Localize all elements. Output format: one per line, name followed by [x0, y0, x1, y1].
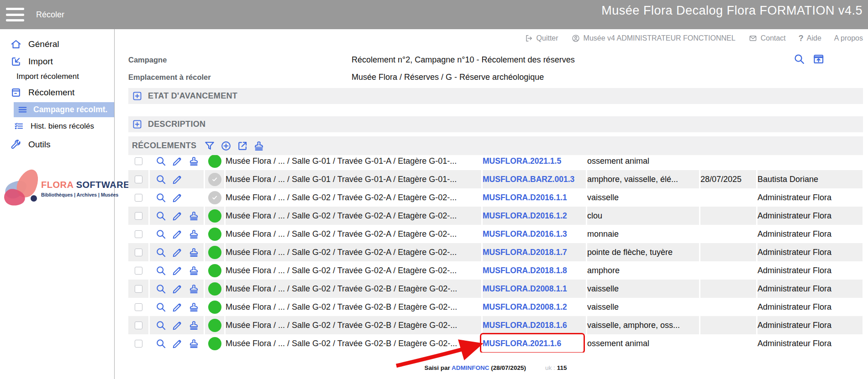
row-checkbox[interactable]: [135, 176, 142, 183]
stamp-icon[interactable]: [188, 210, 200, 222]
row-object-id[interactable]: MUSFLORA.D2016.1.3: [483, 229, 567, 239]
help-button[interactable]: ? Aide: [799, 34, 821, 43]
sidebar-item-hist-biens-recoles[interactable]: Hist. biens récolés: [0, 118, 114, 134]
table-row[interactable]: Musée Flora / ... / Salle G-02 / Travée …: [128, 316, 863, 334]
row-object-id[interactable]: MUSFLORA.D2016.1.2: [483, 211, 567, 221]
row-object-id[interactable]: MUSFLORA.D2016.1.1: [483, 193, 567, 202]
sidebar-item-general[interactable]: Général: [0, 36, 114, 53]
row-checkbox[interactable]: [135, 285, 142, 293]
row-object-id[interactable]: MUSFLORA.D2008.1.2: [483, 302, 567, 312]
row-location-path: Musée Flora / ... / Salle G-02 / Travée …: [226, 261, 481, 280]
row-object-id[interactable]: MUSFLORA.BARZ.001.3: [483, 175, 574, 184]
edit-icon[interactable]: [172, 320, 183, 331]
row-checkbox[interactable]: [135, 249, 142, 256]
view-icon[interactable]: [155, 210, 167, 222]
open-window-icon[interactable]: [812, 53, 825, 65]
row-object-id[interactable]: MUSFLORA.D2008.1.1: [483, 284, 567, 294]
table-row[interactable]: Musée Flora / ... / Salle G-02 / Travée …: [128, 188, 863, 207]
stamp-icon[interactable]: [188, 156, 200, 167]
stamp-icon[interactable]: [188, 228, 200, 240]
row-object-id[interactable]: MUSFLORA.D2018.1.8: [483, 266, 567, 275]
table-row[interactable]: Musée Flora / ... / Salle G-02 / Travée …: [128, 243, 863, 261]
row-checkbox[interactable]: [135, 322, 142, 329]
edit-icon[interactable]: [172, 265, 183, 276]
filter-icon[interactable]: [204, 140, 216, 152]
row-location-path: Musée Flora / ... / Salle G-02 / Travée …: [226, 298, 481, 316]
sidebar-item-outils[interactable]: Outils: [0, 136, 114, 153]
stamp-icon[interactable]: [188, 338, 200, 349]
table-row[interactable]: Musée Flora / ... / Salle G-02 / Travée …: [128, 225, 863, 243]
view-icon[interactable]: [155, 338, 167, 349]
row-checkbox[interactable]: [135, 194, 142, 202]
row-location-path: Musée Flora / ... / Salle G-02 / Travée …: [226, 188, 481, 207]
view-icon[interactable]: [155, 283, 167, 295]
stamp-icon[interactable]: [188, 247, 200, 258]
sidebar-item-import[interactable]: Import: [0, 53, 114, 70]
stamp-icon[interactable]: [188, 265, 200, 276]
table-row[interactable]: Musée Flora / ... / Salle G-02 / Travée …: [128, 334, 863, 353]
about-button[interactable]: A propos: [834, 34, 863, 42]
current-user[interactable]: Musée v4 ADMINISTRATEUR FONCTIONNEL: [571, 34, 736, 43]
table-row[interactable]: Musée Flora / ... / Salle G-02 / Travée …: [128, 298, 863, 316]
row-object-id[interactable]: MUSFLORA.D2018.1.7: [483, 248, 567, 257]
stamp-icon[interactable]: [253, 140, 265, 152]
edit-icon[interactable]: [172, 192, 183, 203]
section-title: DESCRIPTION: [148, 119, 205, 129]
recolements-table: Musée Flora / ... / Salle G-01 / Travée …: [128, 155, 863, 353]
table-row[interactable]: Musée Flora / ... / Salle G-01 / Travée …: [128, 170, 863, 188]
view-icon[interactable]: [155, 228, 167, 240]
edit-icon[interactable]: [172, 174, 183, 185]
sidebar-item-import-recolement[interactable]: Import récolement: [0, 70, 114, 84]
contact-button[interactable]: Contact: [748, 34, 786, 43]
section-etat-avancement[interactable]: ETAT D'AVANCEMENT: [128, 88, 863, 104]
view-icon[interactable]: [155, 265, 167, 276]
row-object-id[interactable]: MUSFLORA.2021.1.6: [483, 339, 561, 348]
row-agent: Administrateur Flora: [758, 316, 863, 334]
sidebar-item-recolement[interactable]: Récolement: [0, 84, 114, 101]
campaign-field-label: Campagne: [128, 56, 352, 64]
edit-icon[interactable]: [172, 247, 183, 258]
view-icon[interactable]: [155, 320, 167, 331]
edit-icon[interactable]: [172, 210, 183, 222]
quit-button[interactable]: Quitter: [524, 34, 558, 43]
import-icon: [10, 56, 22, 67]
row-checkbox[interactable]: [135, 303, 142, 311]
stamp-icon[interactable]: [188, 320, 200, 331]
add-circle-icon[interactable]: [220, 140, 232, 152]
stamp-icon[interactable]: [188, 301, 200, 313]
view-icon[interactable]: [155, 174, 167, 185]
uk-label: uk :: [545, 364, 555, 371]
saisi-user[interactable]: ADMINFONC: [452, 364, 489, 371]
view-icon[interactable]: [155, 156, 167, 167]
row-location-path: Musée Flora / ... / Salle G-02 / Travée …: [226, 316, 481, 334]
sidebar-item-campagne-recolmt[interactable]: Campagne récolmt.: [14, 102, 114, 117]
edit-icon[interactable]: [172, 301, 183, 313]
hamburger-menu-icon[interactable]: [6, 8, 24, 21]
search-icon[interactable]: [793, 53, 805, 65]
row-checkbox[interactable]: [135, 230, 142, 238]
table-row[interactable]: Musée Flora / ... / Salle G-02 / Travée …: [128, 280, 863, 298]
table-row[interactable]: Musée Flora / ... / Salle G-02 / Travée …: [128, 207, 863, 225]
stamp-icon[interactable]: [188, 283, 200, 295]
row-checkbox[interactable]: [135, 267, 142, 275]
edit-icon[interactable]: [172, 228, 183, 240]
view-icon[interactable]: [155, 192, 167, 203]
edit-icon[interactable]: [172, 338, 183, 349]
view-icon[interactable]: [155, 301, 167, 313]
expand-plus-icon[interactable]: [132, 119, 142, 130]
edit-icon[interactable]: [172, 283, 183, 295]
edit-icon[interactable]: [172, 156, 183, 167]
row-checkbox[interactable]: [135, 340, 142, 348]
row-object-id[interactable]: MUSFLORA.D2018.1.6: [483, 321, 567, 330]
view-icon[interactable]: [155, 247, 167, 258]
row-object-id[interactable]: MUSFLORA.2021.1.5: [483, 156, 561, 166]
expand-plus-icon[interactable]: [132, 91, 142, 101]
section-description[interactable]: DESCRIPTION: [128, 116, 863, 132]
table-row[interactable]: Musée Flora / ... / Salle G-01 / Travée …: [128, 155, 863, 170]
row-checkbox[interactable]: [135, 157, 142, 165]
export-icon[interactable]: [237, 140, 248, 152]
row-checkbox[interactable]: [135, 212, 142, 220]
table-row[interactable]: Musée Flora / ... / Salle G-02 / Travée …: [128, 261, 863, 280]
location-field-value: Musée Flora / Réserves / G - Réserve arc…: [352, 73, 544, 82]
row-agent: Administrateur Flora: [758, 207, 863, 225]
